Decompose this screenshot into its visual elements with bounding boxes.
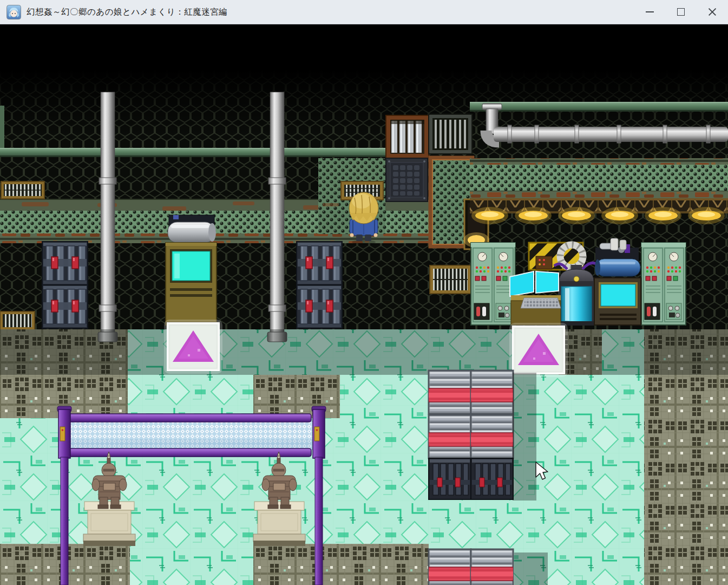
app-window: 幻想姦～幻〇郷のあの娘とハメまくり：紅魔迷宮編	[0, 0, 728, 585]
crate-stack-left	[42, 242, 88, 285]
wall-grate	[429, 114, 472, 154]
teleport-pad-left	[164, 320, 222, 374]
rust-stripe	[470, 191, 728, 199]
close-button[interactable]	[697, 0, 728, 24]
container-shadow	[513, 373, 536, 500]
cargo-container-stack	[429, 370, 536, 500]
window-title: 幻想姦～幻〇郷のあの娘とハメまくり：紅魔迷宮編	[27, 6, 634, 18]
maximize-button[interactable]	[665, 0, 697, 24]
app-icon	[6, 5, 21, 20]
crate-stack-mid	[297, 242, 342, 285]
gold-grate-small	[1, 181, 44, 199]
game-viewport[interactable]	[0, 24, 728, 585]
minimize-icon	[646, 11, 654, 12]
steel-pipe-vertical-1	[98, 92, 117, 342]
shadow-band	[0, 329, 728, 375]
crate-stack-mid	[297, 285, 342, 328]
rust-stripe	[470, 158, 728, 165]
game-canvas	[0, 24, 728, 585]
control-cabinet-right	[641, 243, 686, 325]
steel-pipe-vertical-2	[267, 92, 287, 342]
crate-stack-left	[42, 285, 88, 328]
window-controls	[634, 0, 728, 24]
dark-crate-row	[429, 458, 471, 499]
minimize-button[interactable]	[634, 0, 665, 24]
barred-window	[386, 115, 429, 158]
blue-tank	[595, 259, 640, 276]
dark-crate-row	[471, 458, 513, 499]
computer-desk	[510, 271, 561, 325]
console-machine	[594, 278, 641, 325]
perforated-band-right	[470, 165, 728, 191]
maximize-icon	[677, 8, 685, 16]
teleport-pad-right	[509, 323, 568, 377]
close-icon	[708, 8, 717, 16]
container-shadow	[514, 552, 548, 585]
gold-grate	[430, 265, 471, 294]
screen-machine	[166, 215, 217, 325]
control-cabinet-left	[471, 243, 515, 325]
cargo-container-bottom	[429, 549, 548, 585]
gold-grate-small	[0, 311, 35, 330]
armored-panel	[386, 158, 428, 202]
titlebar: 幻想姦～幻〇郷のあの娘とハメまくり：紅魔迷宮編	[0, 0, 728, 24]
right-machines	[471, 238, 686, 326]
